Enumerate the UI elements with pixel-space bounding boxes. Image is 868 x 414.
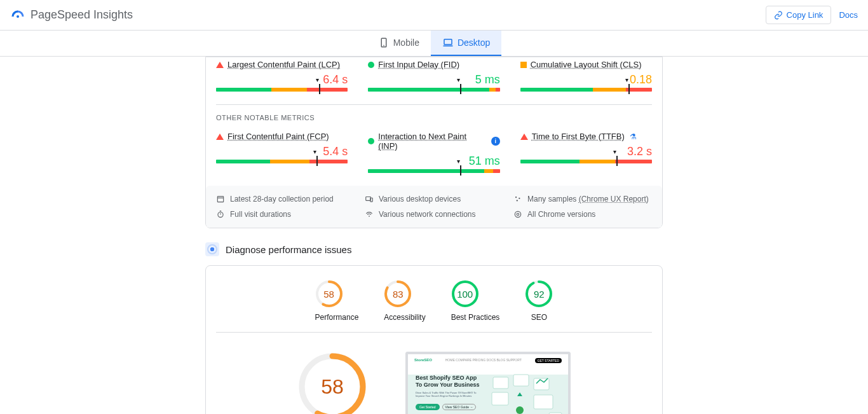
gauge-seo-label: SEO xyxy=(525,313,553,322)
other-metrics-label: OTHER NOTABLE METRICS xyxy=(216,114,652,121)
square-amber-icon xyxy=(520,62,527,68)
svg-point-32 xyxy=(516,406,524,414)
wifi-icon xyxy=(365,210,374,219)
calendar-icon xyxy=(216,195,225,204)
metric-fid-value: 5 ms xyxy=(368,73,499,86)
app-header: PageSpeed Insights Copy Link Docs xyxy=(0,0,868,31)
svg-point-15 xyxy=(515,211,520,217)
screenshot-headline: Best Shopify SEO App To Grow Your Busine… xyxy=(416,375,480,389)
metric-lcp-value: 6.4 s xyxy=(216,73,348,86)
link-icon xyxy=(774,11,783,20)
chrome-icon xyxy=(513,210,522,219)
svg-point-9 xyxy=(519,198,520,199)
metric-fid: First Input Delay (FID) 5 ms xyxy=(368,60,499,92)
gauge-best-practices-label: Best Practices xyxy=(451,313,500,322)
metric-fcp-bar xyxy=(216,160,348,163)
foot-samples: Many samples (Chrome UX Report) xyxy=(513,195,652,204)
stopwatch-icon xyxy=(216,210,225,219)
device-tabs: Mobile Desktop xyxy=(0,31,868,57)
gauge-accessibility[interactable]: 83 Accessibility xyxy=(384,280,425,322)
metric-cls-value: 0.18 xyxy=(520,73,652,86)
metric-lcp: Largest Contentful Paint (LCP) 6.4 s xyxy=(216,60,348,92)
field-data-card: Largest Contentful Paint (LCP) 6.4 s Fir… xyxy=(205,57,663,228)
foot-network: Various network connections xyxy=(365,210,503,219)
lighthouse-report: 58 Performance 83 Accessibility xyxy=(205,265,663,414)
svg-rect-31 xyxy=(534,395,553,409)
metric-ttfb-bar xyxy=(520,160,652,163)
core-metrics: Largest Contentful Paint (LCP) 6.4 s Fir… xyxy=(216,57,652,92)
triangle-red-icon xyxy=(216,62,224,68)
metric-fid-name[interactable]: First Input Delay (FID) xyxy=(378,60,459,69)
svg-rect-7 xyxy=(370,198,373,202)
tab-desktop[interactable]: Desktop xyxy=(431,31,501,56)
copy-link-label: Copy Link xyxy=(787,10,824,20)
gauge-performance[interactable]: 58 Performance xyxy=(315,280,359,322)
svg-rect-28 xyxy=(513,375,529,386)
metric-inp-value: 51 ms xyxy=(368,155,499,168)
info-icon[interactable]: i xyxy=(491,137,500,146)
tab-mobile[interactable]: Mobile xyxy=(367,31,431,56)
screenshot-illustration xyxy=(488,373,564,414)
pagespeed-logo-icon xyxy=(10,8,25,23)
header-actions: Copy Link Docs xyxy=(766,6,858,24)
svg-marker-37 xyxy=(517,392,522,396)
gauge-seo[interactable]: 92 SEO xyxy=(525,280,553,322)
devices-icon xyxy=(365,195,374,204)
gauge-accessibility-score: 83 xyxy=(384,280,412,308)
crux-report-link[interactable]: (Chrome UX Report) xyxy=(579,195,649,204)
metric-cls-bar xyxy=(520,88,652,92)
metric-fcp-value: 5.4 s xyxy=(216,145,348,158)
lighthouse-icon xyxy=(205,242,219,256)
svg-point-14 xyxy=(369,216,370,217)
svg-point-0 xyxy=(17,15,19,18)
docs-link[interactable]: Docs xyxy=(839,10,858,20)
triangle-red-icon xyxy=(520,134,528,140)
metric-fcp-name[interactable]: First Contentful Paint (FCP) xyxy=(227,132,329,141)
triangle-red-icon xyxy=(216,134,224,140)
dot-green-icon xyxy=(368,62,374,68)
metric-ttfb-value: 3.2 s xyxy=(520,145,652,158)
diagnose-header: Diagnose performance issues xyxy=(205,242,663,256)
gauge-seo-score: 92 xyxy=(525,280,553,308)
metric-fid-bar xyxy=(368,88,499,92)
foot-devices: Various desktop devices xyxy=(365,195,503,204)
performance-detail: 58 Performance StoreSEO HOME COMPARE PRI… xyxy=(216,333,652,414)
svg-point-16 xyxy=(517,213,519,216)
svg-rect-30 xyxy=(492,392,508,405)
gauge-best-practices[interactable]: 100 Best Practices xyxy=(451,280,500,322)
metric-lcp-bar xyxy=(216,88,348,92)
screenshot-nav: StoreSEO HOME COMPARE PRICING DOCS BLOG … xyxy=(414,358,562,363)
gauge-accessibility-label: Accessibility xyxy=(384,313,425,322)
field-data-footnotes: Latest 28-day collection period Various … xyxy=(206,186,662,228)
metric-ttfb: Time to First Byte (TTFB) ⚗ 3.2 s xyxy=(520,132,652,173)
metric-cls-name[interactable]: Cumulative Layout Shift (CLS) xyxy=(531,60,642,69)
scatter-icon xyxy=(513,195,522,204)
experimental-icon[interactable]: ⚗ xyxy=(630,132,637,141)
gauge-performance-label: Performance xyxy=(315,313,359,322)
performance-gauge-large: 58 Performance xyxy=(297,352,367,414)
svg-rect-27 xyxy=(493,377,508,389)
metric-inp-bar xyxy=(368,169,499,173)
metric-inp-name[interactable]: Interaction to Next Paint (INP) xyxy=(378,132,486,151)
gauge-performance-score: 58 xyxy=(315,280,343,308)
dot-green-icon xyxy=(368,138,374,144)
svg-point-10 xyxy=(517,200,518,201)
performance-score-large: 58 xyxy=(297,352,367,414)
foot-durations: Full visit durations xyxy=(216,210,355,219)
metric-lcp-name[interactable]: Largest Contentful Paint (LCP) xyxy=(227,60,340,69)
metric-ttfb-name[interactable]: Time to First Byte (TTFB) xyxy=(532,132,625,141)
copy-link-button[interactable]: Copy Link xyxy=(766,6,832,24)
smartphone-icon xyxy=(378,37,390,48)
page-screenshot: StoreSEO HOME COMPARE PRICING DOCS BLOG … xyxy=(405,352,571,414)
brand-title: PageSpeed Insights xyxy=(31,8,133,22)
svg-point-8 xyxy=(515,197,517,198)
gauge-row: 58 Performance 83 Accessibility xyxy=(216,275,652,333)
other-metrics: First Contentful Paint (FCP) 5.4 s Inter… xyxy=(216,129,652,173)
screenshot-subtitle: Drive Sales & Traffic With The Power Of … xyxy=(416,391,479,397)
metric-fcp: First Contentful Paint (FCP) 5.4 s xyxy=(216,132,348,173)
metric-cls: Cumulative Layout Shift (CLS) 0.18 xyxy=(520,60,652,92)
tab-desktop-label: Desktop xyxy=(458,38,490,48)
tab-mobile-label: Mobile xyxy=(393,38,419,48)
foot-versions: All Chrome versions xyxy=(513,210,652,219)
gauge-best-practices-score: 100 xyxy=(451,280,479,308)
